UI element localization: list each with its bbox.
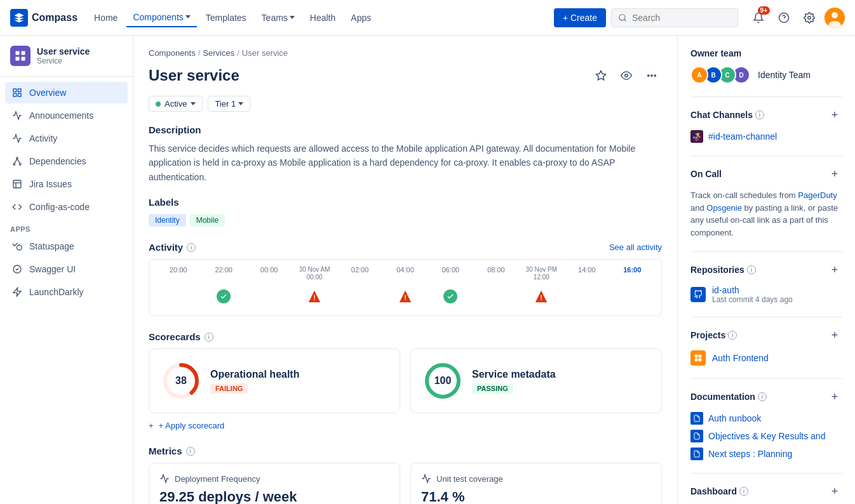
owner-team-row: A B C D Identity Team — [690, 66, 842, 84]
timeline-slot-5: ! — [382, 285, 428, 308]
breadcrumb-services[interactable]: Services — [203, 48, 234, 58]
star-button[interactable] — [591, 65, 611, 86]
activity-header: Activity i See all activity — [149, 242, 662, 253]
sidebar-item-dependencies[interactable]: Dependencies — [5, 150, 128, 172]
event-warn-0[interactable]: ! — [307, 289, 321, 303]
sidebar-item-statuspage[interactable]: Statuspage — [5, 235, 128, 257]
tier-badge[interactable]: Tier 1 — [208, 96, 250, 112]
svg-rect-44 — [699, 359, 702, 362]
timeline-slot-6 — [428, 285, 473, 308]
repositories-add-button[interactable]: + — [827, 262, 842, 277]
owner-team-title: Owner team — [690, 48, 741, 58]
dashboard-info-icon[interactable]: i — [739, 487, 748, 496]
repo-row: id-auth Last commit 4 days ago — [690, 285, 842, 304]
status-badge[interactable]: Active — [149, 96, 203, 112]
scorecards-section: Scorecards i 38 Ope — [149, 331, 662, 430]
logo[interactable]: Compass — [10, 9, 77, 27]
timeline-slot-3: ! — [292, 285, 337, 308]
doc-name-0[interactable]: Auth runbook — [708, 413, 761, 423]
user-avatar[interactable] — [825, 8, 845, 28]
help-button[interactable] — [774, 8, 794, 28]
svg-point-26 — [625, 74, 628, 77]
page-title-row: User service — [149, 65, 662, 86]
dependencies-icon — [11, 156, 23, 167]
timeline-slot-1 — [201, 285, 246, 308]
project-name[interactable]: Auth Frontend — [712, 353, 769, 363]
projects-add-button[interactable]: + — [827, 328, 842, 343]
doc-name-2[interactable]: Next steps : Planning — [708, 449, 792, 459]
chat-channel-row: #id-team-channel — [690, 130, 842, 143]
projects-info-icon[interactable]: i — [728, 331, 737, 340]
timeline-label-6: 06:00 — [428, 266, 473, 281]
chat-channels-add-button[interactable]: + — [827, 107, 842, 123]
svg-point-22 — [17, 245, 22, 250]
sidebar-item-swagger-ui[interactable]: Swagger UI — [5, 258, 128, 280]
scorecards-info-icon[interactable]: i — [205, 333, 213, 342]
scorecard-operational-health[interactable]: 38 Operational health FAILING — [149, 348, 400, 413]
nav-home[interactable]: Home — [88, 9, 124, 27]
dashboard-section: Dashboard i + App screens for Bancly Aut… — [690, 484, 842, 504]
scorecard-name-metadata: Service metadata — [472, 369, 649, 380]
chat-channels-info-icon[interactable]: i — [755, 110, 764, 119]
event-check-1[interactable] — [443, 289, 457, 303]
owner-team-section: Owner team A B C D Identity Team — [690, 48, 842, 84]
breadcrumb-components[interactable]: Components — [149, 48, 196, 58]
on-call-add-button[interactable]: + — [827, 166, 842, 182]
sidebar-item-announcements[interactable]: Announcements — [5, 105, 128, 126]
metric-unit-test-coverage[interactable]: Unit test coverage 71.4 % — [410, 463, 662, 504]
settings-button[interactable] — [799, 8, 819, 28]
search-input[interactable] — [632, 13, 721, 23]
nav-templates[interactable]: Templates — [199, 9, 253, 27]
nav-health[interactable]: Health — [304, 9, 342, 27]
documentation-add-button[interactable]: + — [827, 389, 842, 404]
event-warn-2[interactable]: ! — [534, 289, 548, 303]
dashboard-add-button[interactable]: + — [827, 484, 842, 499]
timeline-slot-10 — [610, 285, 655, 308]
scorecard-service-metadata[interactable]: 100 Service metadata PASSING — [410, 348, 662, 413]
notifications-button[interactable]: 9+ — [748, 8, 769, 28]
doc-name-1[interactable]: Objectives & Key Results and — [708, 431, 825, 441]
docs-info-icon[interactable]: i — [758, 392, 767, 401]
timeline-slot-0 — [156, 285, 201, 308]
search-box[interactable] — [611, 8, 738, 27]
svg-rect-11 — [18, 89, 21, 92]
sidebar-item-config-as-code[interactable]: Config-as-code — [5, 196, 128, 218]
scorecard-name-operational: Operational health — [210, 369, 387, 380]
pagerduty-link[interactable]: PagerDuty — [798, 190, 837, 200]
sidebar-item-overview[interactable]: Overview — [5, 82, 128, 103]
nav-teams[interactable]: Teams — [255, 9, 301, 27]
channel-name[interactable]: #id-team-channel — [708, 131, 777, 142]
watch-button[interactable] — [616, 65, 636, 86]
main-content: Components / Services / User service Use… — [133, 36, 677, 504]
sidebar-item-launchdarkly[interactable]: LaunchDarkly — [5, 281, 128, 303]
timeline-slot-9 — [564, 285, 609, 308]
logo-icon — [10, 9, 28, 27]
chat-channels-header: Chat Channels i + — [690, 107, 842, 123]
metric-deployment-frequency[interactable]: Deployment Frequency 29.25 deploys / wee… — [149, 463, 400, 504]
see-all-activity-button[interactable]: See all activity — [609, 242, 662, 252]
description-text: This service decides which requests are … — [149, 142, 662, 184]
label-identity[interactable]: Identity — [149, 214, 186, 227]
label-mobile[interactable]: Mobile — [190, 214, 225, 227]
nav-components[interactable]: Components — [126, 8, 196, 27]
repo-name[interactable]: id-auth — [712, 285, 793, 295]
config-icon — [11, 201, 23, 213]
opsgenie-link[interactable]: Opsgenie — [706, 203, 742, 213]
activity-info-icon[interactable]: i — [187, 243, 196, 252]
owner-team-name[interactable]: Identity Team — [758, 70, 811, 80]
sidebar-item-activity[interactable]: Activity — [5, 128, 128, 149]
scorecard-status-metadata: PASSING — [472, 383, 513, 394]
nav-apps[interactable]: Apps — [344, 9, 377, 27]
apply-scorecard-button[interactable]: + + Apply scorecard — [149, 421, 662, 430]
sidebar-item-jira-issues[interactable]: Jira Issues — [5, 173, 128, 195]
metrics-info-icon[interactable]: i — [186, 447, 195, 456]
repos-info-icon[interactable]: i — [747, 265, 756, 274]
event-warn-1[interactable]: ! — [398, 289, 412, 303]
repositories-header: Repositories i + — [690, 262, 842, 277]
more-options-button[interactable] — [642, 65, 662, 86]
event-check-0[interactable] — [217, 289, 231, 303]
create-button[interactable]: + Create — [554, 8, 606, 27]
svg-rect-13 — [18, 93, 21, 96]
svg-rect-19 — [13, 180, 21, 188]
svg-rect-6 — [16, 51, 20, 55]
